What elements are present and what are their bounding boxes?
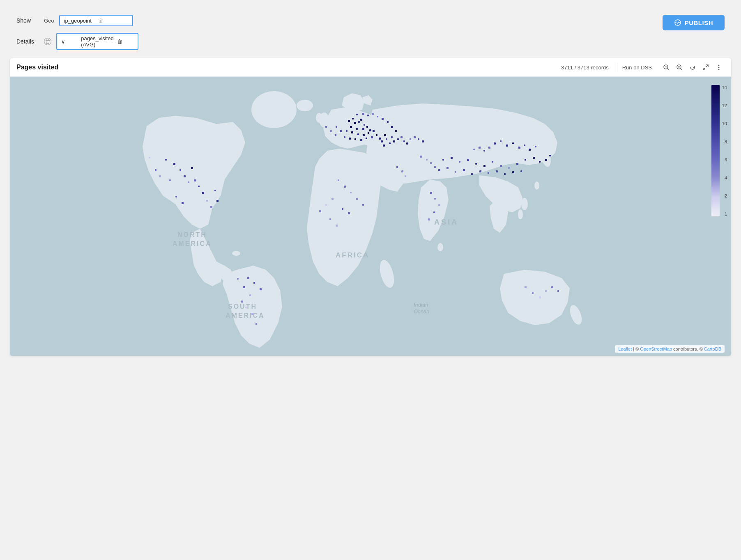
svg-rect-46 — [362, 128, 364, 130]
zoom-out-button[interactable] — [660, 62, 672, 72]
svg-rect-69 — [386, 138, 387, 140]
svg-rect-182 — [524, 145, 525, 146]
svg-rect-120 — [516, 163, 518, 165]
svg-rect-119 — [508, 167, 510, 169]
legend-gradient-bar — [711, 85, 720, 216]
svg-point-16 — [251, 91, 297, 128]
svg-rect-115 — [475, 163, 477, 165]
svg-rect-176 — [428, 218, 430, 220]
svg-rect-67 — [325, 126, 327, 128]
svg-text:ASIA: ASIA — [434, 218, 458, 226]
svg-rect-62 — [379, 138, 381, 140]
svg-rect-121 — [525, 159, 526, 161]
svg-point-12 — [718, 65, 720, 66]
svg-rect-108 — [214, 190, 216, 191]
svg-text:Ocean: Ocean — [414, 308, 429, 314]
legend-max: 14 — [722, 85, 727, 90]
svg-rect-85 — [367, 115, 369, 116]
svg-rect-104 — [169, 179, 171, 181]
svg-rect-144 — [241, 301, 243, 303]
refresh-button[interactable] — [687, 62, 698, 72]
svg-rect-84 — [362, 113, 364, 115]
svg-rect-114 — [467, 159, 469, 161]
svg-rect-44 — [350, 126, 352, 128]
svg-rect-113 — [459, 161, 460, 163]
svg-rect-52 — [363, 134, 365, 136]
svg-rect-167 — [551, 286, 553, 288]
svg-line-9 — [681, 69, 682, 70]
svg-rect-171 — [405, 175, 406, 177]
svg-rect-188 — [473, 149, 475, 150]
geo-delete-icon[interactable]: 🗑 — [98, 17, 128, 24]
svg-rect-186 — [483, 150, 485, 151]
svg-rect-101 — [210, 206, 212, 208]
openstreetmap-link[interactable]: OpenStreetMap — [640, 347, 672, 351]
legend-2: 2 — [725, 193, 727, 198]
svg-point-29 — [232, 251, 240, 256]
zoom-in-button[interactable] — [674, 62, 685, 72]
svg-rect-125 — [549, 155, 551, 156]
svg-point-1 — [675, 22, 676, 23]
more-options-button[interactable] — [713, 62, 725, 72]
svg-line-5 — [667, 69, 669, 70]
svg-text:AFRICA: AFRICA — [336, 251, 369, 259]
svg-rect-57 — [354, 138, 356, 140]
svg-point-14 — [718, 69, 720, 70]
svg-rect-111 — [442, 159, 444, 161]
geo-field-value: ip_geopoint — [64, 18, 94, 24]
details-delete-icon[interactable]: 🗑 — [117, 39, 133, 45]
svg-rect-124 — [545, 159, 547, 161]
svg-point-27 — [534, 181, 539, 190]
svg-rect-88 — [382, 118, 384, 120]
show-label: Show — [16, 17, 39, 24]
svg-rect-110 — [149, 157, 150, 158]
svg-rect-154 — [356, 198, 358, 200]
svg-rect-83 — [356, 114, 358, 115]
details-bucket-icon — [44, 38, 51, 45]
geo-field-pill[interactable]: ip_geopoint 🗑 — [59, 15, 133, 26]
svg-rect-185 — [488, 147, 490, 149]
cartodb-link[interactable]: CartoDB — [704, 347, 721, 351]
svg-rect-174 — [438, 204, 440, 206]
details-field-pill[interactable]: ∨ pages_visited (AVG) 🗑 — [56, 33, 138, 50]
svg-rect-109 — [191, 167, 193, 169]
svg-rect-172 — [430, 192, 432, 194]
leaflet-link[interactable]: Leaflet — [618, 347, 632, 351]
legend-4: 4 — [725, 175, 727, 180]
svg-rect-148 — [247, 277, 249, 279]
svg-rect-86 — [372, 113, 374, 115]
svg-rect-40 — [354, 122, 356, 124]
controls-left: Show Geo ip_geopoint 🗑 Details ∨ pages_v… — [16, 15, 138, 50]
legend-10: 10 — [722, 121, 727, 126]
svg-rect-163 — [525, 286, 527, 288]
expand-icon — [702, 64, 709, 71]
svg-rect-82 — [422, 140, 424, 142]
svg-point-24 — [521, 198, 528, 210]
svg-rect-177 — [494, 142, 496, 145]
svg-rect-181 — [518, 147, 520, 149]
svg-rect-74 — [393, 140, 395, 142]
svg-rect-99 — [202, 192, 204, 194]
expand-button[interactable] — [700, 62, 711, 72]
svg-rect-87 — [377, 116, 378, 117]
publish-button[interactable]: PUBLISH — [663, 15, 725, 30]
svg-rect-78 — [406, 142, 408, 145]
show-row: Show Geo ip_geopoint 🗑 — [16, 15, 138, 26]
svg-rect-63 — [336, 126, 337, 128]
legend-min: 1 — [725, 211, 727, 216]
legend-scale: 14 12 10 8 6 4 2 1 — [722, 85, 727, 216]
map-toolbar — [660, 62, 725, 72]
details-field-value: pages_visited (AVG) — [81, 35, 114, 48]
zoom-out-icon — [663, 64, 670, 71]
svg-rect-122 — [533, 157, 535, 159]
svg-rect-169 — [396, 166, 398, 168]
svg-rect-159 — [342, 208, 343, 210]
svg-rect-66 — [330, 130, 332, 132]
svg-rect-187 — [479, 147, 481, 149]
map-attribution: Leaflet | © OpenStreetMap contributors, … — [615, 345, 725, 353]
svg-rect-131 — [488, 172, 489, 174]
svg-rect-51 — [357, 133, 359, 135]
run-dss-button[interactable]: Run on DSS — [617, 63, 657, 72]
svg-rect-127 — [455, 171, 456, 173]
svg-rect-76 — [400, 136, 403, 138]
